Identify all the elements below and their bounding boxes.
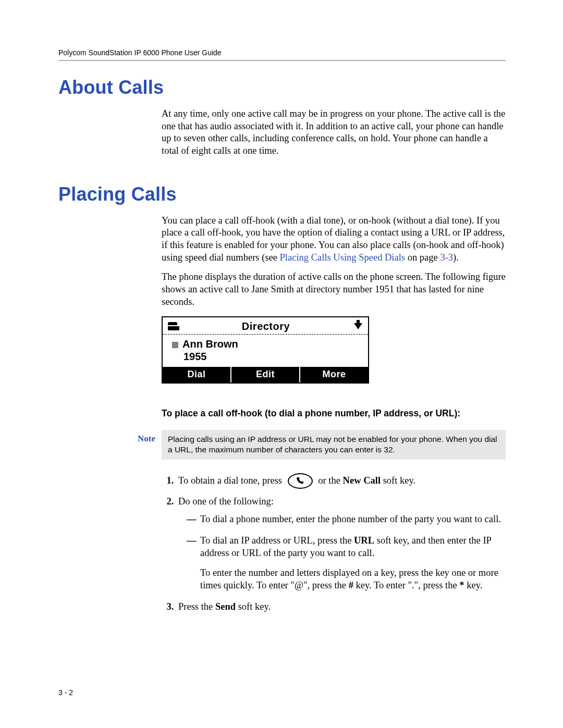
about-calls-paragraph: At any time, only one active call may be… (162, 108, 506, 157)
scroll-down-icon (353, 323, 363, 329)
steps-list: To obtain a dial tone, press or the New … (162, 473, 506, 613)
substep-phone-number: To dial a phone number, enter the phone … (187, 513, 506, 526)
placing-calls-p2: The phone displays the duration of activ… (162, 271, 506, 308)
step-1: To obtain a dial tone, press or the New … (176, 473, 506, 489)
softkey-dial[interactable]: Dial (163, 367, 231, 382)
send-softkey-label: Send (215, 601, 236, 612)
header-rule (58, 60, 506, 61)
substep-ip-url: To dial an IP address or URL, press the … (187, 535, 506, 591)
softkey-edit[interactable]: Edit (231, 367, 300, 382)
new-call-label: New Call (343, 475, 381, 486)
handset-icon (296, 476, 305, 486)
procedure-heading: To place a call off-hook (to dial a phon… (162, 408, 506, 419)
lcd-header: Directory (163, 317, 368, 335)
page-ref[interactable]: 3-3 (440, 252, 453, 263)
phone-icon (168, 322, 178, 330)
dial-key-icon (288, 473, 313, 489)
running-header: Polycom SoundStation IP 6000 Phone User … (58, 48, 506, 57)
softkey-more[interactable]: More (300, 367, 368, 382)
heading-placing-calls: Placing Calls (58, 183, 506, 205)
placing-calls-p1: You can place a call off-hook (with a di… (162, 215, 506, 264)
substep-ip-url-detail: To enter the number and letters displaye… (200, 567, 506, 591)
lcd-title: Directory (178, 320, 353, 334)
phone-lcd: Directory Ann Brown 1955 Dial Edit More (162, 316, 369, 384)
step-3: Press the Send soft key. (176, 601, 506, 613)
step-2: Do one of the following: To dial a phone… (176, 496, 506, 591)
contact-number: 1955 (172, 350, 363, 363)
note-text: Placing calls using an IP address or URL… (162, 430, 506, 460)
placing-calls-body: You can place a call off-hook (with a di… (162, 215, 506, 613)
link-speed-dials[interactable]: Placing Calls Using Speed Dials (280, 252, 405, 263)
substeps: To dial a phone number, enter the phone … (187, 513, 506, 591)
page: Polycom SoundStation IP 6000 Phone User … (0, 0, 563, 728)
lcd-body: Ann Brown 1955 (163, 335, 368, 367)
note-label: Note (119, 430, 162, 445)
page-number: 3 - 2 (58, 688, 73, 697)
note-block: Note Placing calls using an IP address o… (119, 430, 506, 460)
phone-screen-figure: Directory Ann Brown 1955 Dial Edit More (162, 316, 369, 384)
contact-name: Ann Brown (182, 338, 238, 350)
lcd-softkeys: Dial Edit More (163, 367, 368, 382)
contact-icon (172, 342, 178, 348)
heading-about-calls: About Calls (58, 77, 506, 98)
about-calls-body: At any time, only one active call may be… (162, 108, 506, 157)
url-softkey-label: URL (354, 535, 374, 546)
